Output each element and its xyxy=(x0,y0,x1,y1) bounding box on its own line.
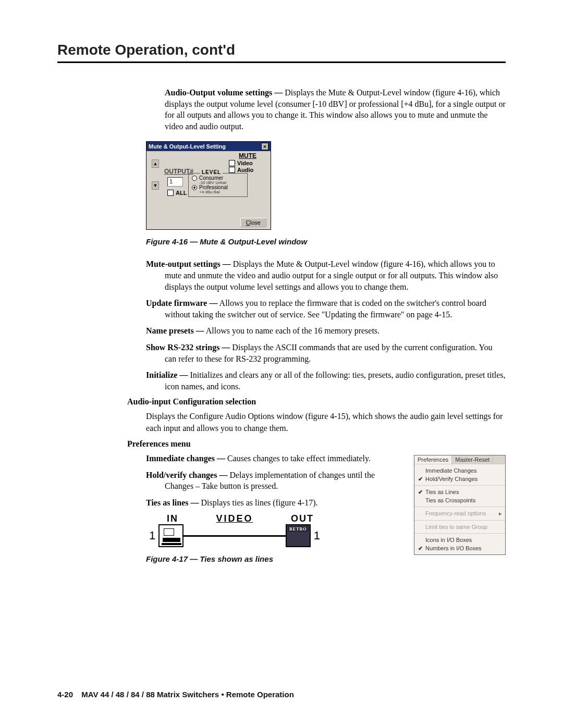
page-title: Remote Operation, cont'd xyxy=(57,42,506,63)
level-group: LEVEL Consumer -10 dBV Unbal Professiona… xyxy=(188,173,248,197)
output-spinner[interactable]: ▲ ▼ xyxy=(152,159,159,190)
term-update: Update firmware — xyxy=(146,299,217,307)
all-label: ALL xyxy=(176,190,187,196)
preferences-menu: Preferences Master-Reset Immediate Chang… xyxy=(414,455,506,555)
figure-4-16-caption: Figure 4-16 — Mute & Output-Level window xyxy=(63,237,506,246)
pref-menu-item-label: Ties as Lines xyxy=(425,489,459,495)
def-mute-output: Mute-output settings — Displays the Mute… xyxy=(146,258,506,292)
term-name: Name presets — xyxy=(146,326,204,335)
check-icon: ✔ xyxy=(418,476,423,482)
figure-4-17-caption: Figure 4-17 — Ties shown as lines xyxy=(57,554,406,563)
pref-section-io: Icons in I/O Boxes✔Numbers in I/O Boxes xyxy=(414,533,505,554)
pref-menu-item: Limit ties to same Group xyxy=(418,523,502,531)
def-show-rs232: Show RS-232 strings — Displays the ASCII… xyxy=(146,342,506,364)
dialog-titlebar: Mute & Output-Level Setting × xyxy=(146,142,271,151)
monitor-icon: RETRO xyxy=(286,524,311,547)
diag-video-label: VIDEO xyxy=(216,513,253,524)
pref-menu-item: Frequency-read options▸ xyxy=(418,509,502,517)
term-show: Show RS-232 strings — xyxy=(146,343,230,352)
submenu-arrow-icon: ▸ xyxy=(499,510,502,516)
mute-audio-row[interactable]: Audio xyxy=(229,167,266,173)
pref-menu-item[interactable]: ✔Ties as Lines xyxy=(418,488,502,496)
term-immediate: Immediate changes — xyxy=(146,454,225,463)
close-icon[interactable]: × xyxy=(261,143,268,150)
diag-right-number: 1 xyxy=(311,529,323,542)
subhead-audio-input: Audio-input Configuration selection xyxy=(127,397,506,406)
mute-audio-label: Audio xyxy=(237,167,253,173)
output-field[interactable]: 1 xyxy=(167,177,183,187)
mute-audio-checkbox[interactable] xyxy=(229,167,235,173)
pc-icon xyxy=(158,524,183,547)
check-icon: ✔ xyxy=(418,489,423,495)
diag-out-label: OUT xyxy=(291,513,314,524)
check-icon: ✔ xyxy=(418,545,423,551)
pro-sublabel: +4 dBu Bal xyxy=(199,190,245,194)
term-hold: Hold/verify changes — xyxy=(146,471,227,479)
tie-line xyxy=(183,535,286,537)
pref-menu-item[interactable]: Icons in I/O Boxes xyxy=(418,536,502,544)
diag-in-label: IN xyxy=(167,513,178,524)
all-checkbox[interactable] xyxy=(167,190,174,196)
pref-menu-item-label: Icons in I/O Boxes xyxy=(425,537,472,543)
pref-section-changes: Immediate Changes✔Hold/Verify Changes xyxy=(414,464,505,485)
pref-menu-item-label: Immediate Changes xyxy=(425,467,476,474)
def-initialize: Initialize — Initializes and clears any … xyxy=(146,369,506,392)
monitor-label: RETRO xyxy=(288,526,309,532)
ties-as-lines-diagram: IN VIDEO OUT 1 RETRO 1 xyxy=(146,513,323,547)
pref-menu-item[interactable]: ✔Numbers in I/O Boxes xyxy=(418,544,502,552)
term-init: Initialize — xyxy=(146,371,188,379)
footer-text: MAV 44 / 48 / 84 / 88 Matrix Switchers •… xyxy=(81,690,294,699)
dialog-body: ▲ ▼ OUTPUT# 1 ALL MUTE Video Audio LEVEL… xyxy=(146,151,271,229)
pref-section-freq: Frequency-read options▸ xyxy=(414,507,505,520)
tab-preferences[interactable]: Preferences xyxy=(414,455,452,464)
close-rest: lose xyxy=(250,219,261,226)
level-legend: LEVEL xyxy=(200,169,223,175)
pref-menu-item[interactable]: Immediate Changes xyxy=(418,466,502,475)
pref-section-limit: Limit ties to same Group xyxy=(414,520,505,533)
page-number: 4-20 xyxy=(57,690,73,699)
content-body: Audio-Output volume settings — Displays … xyxy=(146,87,506,576)
body-ties: Displays ties as lines (figure 4-17). xyxy=(199,498,318,507)
close-button[interactable]: Close xyxy=(240,218,266,227)
spin-down-button[interactable]: ▼ xyxy=(152,181,159,190)
def-update-firmware: Update firmware — Allows you to replace … xyxy=(146,298,506,320)
consumer-radio[interactable] xyxy=(192,176,197,181)
mute-video-row[interactable]: Video xyxy=(229,160,266,166)
body-immediate: Causes changes to take effect immediatel… xyxy=(225,454,371,463)
diag-left-number: 1 xyxy=(146,529,158,542)
def-name-presets: Name presets — Allows you to name each o… xyxy=(146,325,506,337)
term-audio-output: Audio-Output volume settings — xyxy=(165,88,283,97)
mute-video-label: Video xyxy=(237,160,253,166)
def-hold: Hold/verify changes — Delays implementat… xyxy=(146,470,406,492)
mute-output-dialog: Mute & Output-Level Setting × ▲ ▼ OUTPUT… xyxy=(146,141,271,230)
pro-radio[interactable] xyxy=(192,185,197,190)
pref-menu-item-label: Limit ties to same Group xyxy=(425,524,487,530)
pref-tabs: Preferences Master-Reset xyxy=(414,455,505,464)
spin-up-button[interactable]: ▲ xyxy=(152,159,159,168)
mute-video-checkbox[interactable] xyxy=(229,160,235,166)
body-init: Initializes and clears any or all of the… xyxy=(165,371,506,391)
pref-menu-item-label: Frequency-read options xyxy=(425,510,486,516)
page-footer: 4-20 MAV 44 / 48 / 84 / 88 Matrix Switch… xyxy=(57,690,294,699)
pref-menu-item[interactable]: Ties as Crosspoints xyxy=(418,496,502,504)
pref-menu-item-label: Ties as Crosspoints xyxy=(425,497,475,503)
subhead-prefs: Preferences menu xyxy=(127,439,506,449)
pref-menu-item-label: Hold/Verify Changes xyxy=(425,476,478,482)
def-immediate: Immediate changes — Causes changes to ta… xyxy=(146,453,406,464)
audio-input-body: Displays the Configure Audio Options win… xyxy=(146,411,506,434)
all-checkbox-row[interactable]: ALL xyxy=(167,190,187,196)
pref-menu-item[interactable]: ✔Hold/Verify Changes xyxy=(418,475,502,483)
def-ties: Ties as lines — Displays ties as lines (… xyxy=(146,497,406,509)
term-ties: Ties as lines — xyxy=(146,498,199,507)
tab-master-reset[interactable]: Master-Reset xyxy=(452,455,493,464)
pref-section-ties: ✔Ties as LinesTies as Crosspoints xyxy=(414,485,505,507)
mute-group: MUTE Video Audio xyxy=(229,152,266,174)
body-name: Allows you to name each of the 16 memory… xyxy=(204,326,380,335)
pref-menu-item-label: Numbers in I/O Boxes xyxy=(425,545,482,551)
dialog-title-text: Mute & Output-Level Setting xyxy=(149,143,226,150)
term-mute-output: Mute-output settings — xyxy=(146,260,231,268)
mute-header: MUTE xyxy=(229,152,266,159)
